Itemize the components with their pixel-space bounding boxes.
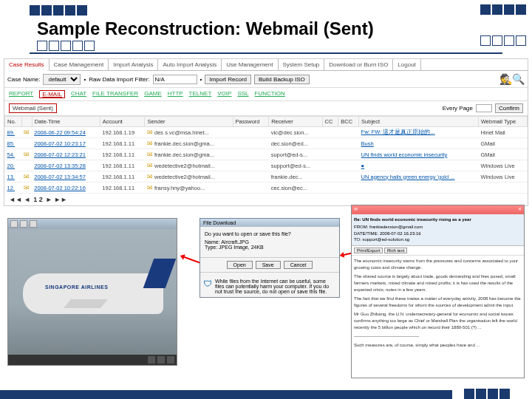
save-button[interactable]: Save [256,261,281,269]
dialog-title: File Download [200,219,339,227]
open-button[interactable]: Open [227,261,253,269]
table-row[interactable]: 85.2008-07-02 10:23:17192.168.1.11✉ fran… [5,138,528,149]
col-bcc[interactable]: BCC [338,117,359,127]
table-row[interactable]: 89.✉2008-06-22 09:54:24192.168.1.19✉ des… [5,127,528,138]
folder-webmail-sent[interactable]: Webmail (Sent) [9,103,57,113]
search-spy-icon[interactable]: 🕵️🔍 [499,73,525,85]
page-next[interactable]: ► ►► [46,196,67,203]
email-para: Such measures are, of course, simply wha… [354,342,522,349]
email-header: Re: UN finds world economic insecurity r… [352,214,524,246]
tab-system-setup[interactable]: System Setup [279,59,325,70]
footer-control-icon[interactable] [148,356,155,364]
tab-case-results[interactable]: Case Results [4,59,50,71]
tab-logout[interactable]: Logout [393,59,420,70]
email-body: The economic insecurity stems from the p… [352,256,524,353]
build-iso-button[interactable]: Build Backup ISO [254,75,310,84]
page-numbers[interactable]: 1 2 [33,196,43,203]
table-row[interactable]: 54.✉2008-07-02 12:23:21192.168.1.11✉ fra… [5,149,528,160]
col-no[interactable]: No. [5,117,22,127]
protocol-tabs: REPORT E-MAIL CHAT FILE TRANSFER GAME HT… [4,88,528,101]
col-datetime[interactable]: Date-Time [32,117,100,127]
proto-email[interactable]: E-MAIL [39,90,65,98]
window-control-icon[interactable] [10,220,18,228]
email-para: The fact that we find these trades a mat… [354,296,522,309]
col-type[interactable]: Webmail Type [478,117,527,127]
col-subject[interactable]: Subject [359,117,479,127]
proto-file[interactable]: FILE TRANSFER [92,90,138,98]
proto-ssl[interactable]: SSL [237,90,248,98]
dialog-prompt: Do you want to open or save this file? [205,231,335,236]
proto-voip[interactable]: VOIP [217,90,231,98]
footer-control-icon[interactable] [167,356,174,364]
tab-case-mgmt[interactable]: Case Management [50,59,109,70]
filter-bar: Case Name: default • Raw Data Import Fil… [4,71,528,88]
dialog-warning: While files from the Internet can be use… [215,279,336,294]
file-name-label: Name: [205,239,220,245]
date-value: 2008-07-02 16:23:16 [380,231,421,236]
email-para: The shared source is largely about trade… [354,273,522,293]
slide-footer [0,390,532,399]
col-password[interactable]: Password [233,117,269,127]
email-titlebar[interactable]: ✉ ✕ [352,205,524,214]
col-receiver[interactable]: Receiver [269,117,322,127]
file-type-value: JPEG Image, 24KB [219,245,264,250]
proto-telnet[interactable]: TELNET [189,90,212,98]
slide-title: Sample Reconstruction: Webmail (Sent) [30,17,502,41]
proto-http[interactable]: HTTP [168,90,183,98]
results-table: No. Date-Time Account Sender Password Re… [4,116,528,194]
file-download-dialog: File Download Do you want to open or sav… [200,218,340,298]
image-titlebar[interactable] [8,219,177,229]
tab-download-iso[interactable]: Download or Burn ISO [324,59,393,70]
import-record-button[interactable]: Import Record [205,75,251,84]
proto-function[interactable]: FUNCTION [255,90,285,98]
raw-filter-label: Raw Data Import Filter: [89,76,149,83]
window-control-icon[interactable] [20,220,27,228]
tab-use-mgmt[interactable]: Use Management [222,59,278,70]
to-label: TO: [354,237,361,242]
from-value: frankiedecsion@gmail.com [369,225,423,229]
confirm-button[interactable]: Confirm [495,103,523,113]
tab-auto-import[interactable]: Auto Import Analysis [158,59,222,70]
main-tabs: Case Results Case Management Import Anal… [4,59,528,71]
window-control-icon[interactable] [30,220,37,228]
slide-header: Sample Reconstruction: Webmail (Sent) [0,0,532,57]
email-para: The economic insecurity stems from the p… [354,258,522,271]
image-viewer: SINGAPORE AIRLINES [7,218,177,366]
airline-text: SINGAPORE AIRLINES [45,284,108,290]
case-name-select[interactable]: default [43,74,81,85]
file-type-label: Type: [205,245,217,250]
email-viewer: ✉ ✕ Re: UN finds world economic insecuri… [351,205,525,378]
col-att[interactable] [21,117,32,127]
richtext-button[interactable]: Rich text [384,248,407,253]
table-row[interactable]: 12.✉2008-07-02 10:22:16192.168.1.11✉ fra… [5,183,528,194]
paginator: ◄◄ ◄ 1 2 ► ►► [4,194,528,205]
email-toolbar: Print/Export Rich text [352,246,524,256]
file-name-value: Aircraft.JPG [221,239,249,245]
footer-control-icon[interactable] [157,356,165,364]
image-footer [8,355,177,365]
close-icon[interactable]: ✕ [518,206,522,214]
tab-import-analysis[interactable]: Import Analysis [109,59,158,70]
to-value: support@ed-solution.sg [363,237,409,242]
page-input[interactable] [476,104,492,112]
col-cc[interactable]: CC [322,117,338,127]
image-content: SINGAPORE AIRLINES [8,229,177,355]
every-page-label: Every Page [443,105,473,112]
case-name-label: Case Name: [7,76,40,83]
shield-icon: 🛡 [203,279,212,294]
proto-game[interactable]: GAME [144,90,162,98]
page-prev[interactable]: ◄◄ ◄ [9,196,30,203]
raw-filter-input[interactable] [153,75,197,84]
folder-bar: Webmail (Sent) Every Page Confirm [4,101,528,116]
proto-chat[interactable]: CHAT [71,90,86,98]
forensic-app: Case Results Case Management Import Anal… [4,58,528,206]
col-sender[interactable]: Sender [145,117,233,127]
table-row[interactable]: 20.2008-07-02 13:35:28192.168.1.11✉ wede… [5,160,528,171]
col-account[interactable]: Account [100,117,145,127]
print-export-button[interactable]: Print/Export [354,248,383,253]
table-row[interactable]: 13.✉2008-07-02 13:34:57192.168.1.11✉ wed… [5,171,528,183]
cancel-button[interactable]: Cancel [284,261,313,269]
proto-report[interactable]: REPORT [9,90,33,98]
from-label: FROM: [354,225,368,229]
date-label: DATE/TIME: [354,231,378,236]
